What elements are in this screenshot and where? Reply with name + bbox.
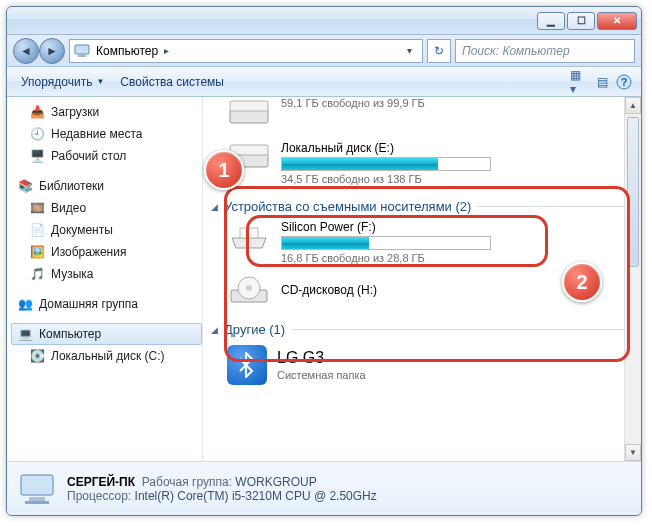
- drive-e-bar: [281, 157, 491, 171]
- help-button[interactable]: ?: [613, 71, 635, 93]
- scroll-down-icon[interactable]: ▼: [625, 444, 641, 461]
- workgroup-label: Рабочая группа:: [142, 475, 232, 489]
- svg-rect-1: [78, 55, 86, 57]
- titlebar: ▁ ☐ ✕: [7, 7, 641, 35]
- details-pane: СЕРГЕЙ-ПК Рабочая группа: WORKGROUP Проц…: [7, 461, 641, 515]
- bluetooth-icon: [227, 345, 267, 385]
- nav-homegroup[interactable]: 👥Домашняя группа: [11, 293, 202, 315]
- group-removable-header[interactable]: ◢ Устройства со съемными носителями (2): [203, 191, 635, 216]
- address-text: Компьютер: [96, 44, 158, 58]
- video-icon: 🎞️: [29, 200, 45, 216]
- drive-c-free: 59,1 ГБ свободно из 99,9 ГБ: [281, 97, 629, 109]
- downloads-icon: 📥: [29, 104, 45, 120]
- navigation-pane: 📥Загрузки 🕘Недавние места 🖥️Рабочий стол…: [7, 97, 203, 461]
- hdd-icon: [227, 141, 271, 175]
- computer-large-icon: [17, 469, 57, 509]
- vertical-scrollbar[interactable]: ▲ ▼: [624, 97, 641, 461]
- pictures-icon: 🖼️: [29, 244, 45, 260]
- svg-point-12: [246, 285, 252, 291]
- svg-marker-8: [232, 238, 266, 248]
- drive-c-partial[interactable]: 59,1 ГБ свободно из 99,9 ГБ: [203, 97, 635, 137]
- nav-pictures[interactable]: 🖼️Изображения: [11, 241, 202, 263]
- breadcrumb-chevron-icon[interactable]: ▸: [164, 45, 169, 56]
- workgroup-value: WORKGROUP: [235, 475, 316, 489]
- computer-icon: [74, 43, 90, 59]
- hdd-icon: [227, 97, 271, 131]
- svg-rect-13: [21, 475, 53, 495]
- hdd-icon: 💽: [29, 348, 45, 364]
- back-button[interactable]: ◄: [13, 38, 39, 64]
- recent-icon: 🕘: [29, 126, 45, 142]
- computer-icon: 💻: [17, 326, 33, 342]
- nav-music[interactable]: 🎵Музыка: [11, 263, 202, 285]
- drive-f[interactable]: Silicon Power (F:) 16,8 ГБ свободно из 2…: [203, 216, 635, 270]
- address-row: ◄ ► Компьютер ▸ ▾ ↻ Поиск: Компьютер: [7, 35, 641, 67]
- drive-cd-name: CD-дисковод (H:): [281, 283, 377, 297]
- lg-sub: Системная папка: [277, 369, 366, 381]
- maximize-button[interactable]: ☐: [567, 12, 595, 30]
- drive-f-bar: [281, 236, 491, 250]
- nav-desktop[interactable]: 🖥️Рабочий стол: [11, 145, 202, 167]
- svg-rect-0: [75, 45, 89, 54]
- drive-e-free: 34,5 ГБ свободно из 138 ГБ: [281, 173, 629, 185]
- svg-rect-14: [29, 497, 45, 501]
- search-placeholder: Поиск: Компьютер: [462, 44, 570, 58]
- svg-rect-5: [230, 101, 268, 111]
- scroll-thumb[interactable]: [627, 117, 639, 267]
- main-pane: 59,1 ГБ свободно из 99,9 ГБ Локальный ди…: [203, 97, 641, 461]
- desktop-icon: 🖥️: [29, 148, 45, 164]
- content-body: 📥Загрузки 🕘Недавние места 🖥️Рабочий стол…: [7, 97, 641, 461]
- collapse-icon: ◢: [211, 325, 218, 335]
- address-bar[interactable]: Компьютер ▸ ▾: [69, 39, 423, 63]
- nav-computer[interactable]: 💻Компьютер: [11, 323, 202, 345]
- nav-buttons: ◄ ►: [13, 38, 65, 64]
- cpu-value: Intel(R) Core(TM) i5-3210M CPU @ 2.50GHz: [135, 489, 377, 503]
- address-dropdown-icon[interactable]: ▾: [400, 45, 418, 56]
- documents-icon: 📄: [29, 222, 45, 238]
- scroll-up-icon[interactable]: ▲: [625, 97, 641, 114]
- command-bar: Упорядочить▼ Свойства системы ▦ ▾ ▤ ?: [7, 67, 641, 97]
- cpu-label: Процессор:: [67, 489, 131, 503]
- forward-button[interactable]: ►: [39, 38, 65, 64]
- drive-f-free: 16,8 ГБ свободно из 28,8 ГБ: [281, 252, 629, 264]
- close-button[interactable]: ✕: [597, 12, 637, 30]
- lg-name: LG G3: [277, 349, 366, 367]
- drive-f-name: Silicon Power (F:): [281, 220, 629, 234]
- svg-rect-7: [230, 145, 268, 155]
- explorer-window: ▁ ☐ ✕ ◄ ► Компьютер ▸ ▾ ↻ Поиск: Компьют…: [6, 6, 642, 516]
- nav-downloads[interactable]: 📥Загрузки: [11, 101, 202, 123]
- pc-name: СЕРГЕЙ-ПК: [67, 475, 135, 489]
- preview-pane-button[interactable]: ▤: [591, 71, 613, 93]
- nav-documents[interactable]: 📄Документы: [11, 219, 202, 241]
- system-properties-button[interactable]: Свойства системы: [112, 71, 232, 93]
- homegroup-icon: 👥: [17, 296, 33, 312]
- organize-menu[interactable]: Упорядочить▼: [13, 71, 112, 93]
- refresh-button[interactable]: ↻: [427, 39, 451, 63]
- drive-cd[interactable]: CD-дисковод (H:): [203, 270, 635, 314]
- collapse-icon: ◢: [211, 202, 218, 212]
- svg-rect-15: [25, 501, 49, 504]
- nav-local-disk-c[interactable]: 💽Локальный диск (C:): [11, 345, 202, 367]
- minimize-button[interactable]: ▁: [537, 12, 565, 30]
- svg-rect-9: [240, 228, 258, 238]
- cd-icon: [227, 274, 271, 308]
- libraries-icon: 📚: [17, 178, 33, 194]
- drive-e-name: Локальный диск (E:): [281, 141, 629, 155]
- group-other-header[interactable]: ◢ Другие (1): [203, 314, 635, 339]
- removable-icon: [227, 220, 271, 254]
- search-input[interactable]: Поиск: Компьютер: [455, 39, 635, 63]
- nav-video[interactable]: 🎞️Видео: [11, 197, 202, 219]
- device-lg-g3[interactable]: LG G3 Системная папка: [203, 339, 635, 391]
- view-mode-button[interactable]: ▦ ▾: [569, 71, 591, 93]
- nav-libraries[interactable]: 📚Библиотеки: [11, 175, 202, 197]
- nav-recent[interactable]: 🕘Недавние места: [11, 123, 202, 145]
- drive-e[interactable]: Локальный диск (E:) 34,5 ГБ свободно из …: [203, 137, 635, 191]
- svg-text:?: ?: [621, 76, 628, 88]
- music-icon: 🎵: [29, 266, 45, 282]
